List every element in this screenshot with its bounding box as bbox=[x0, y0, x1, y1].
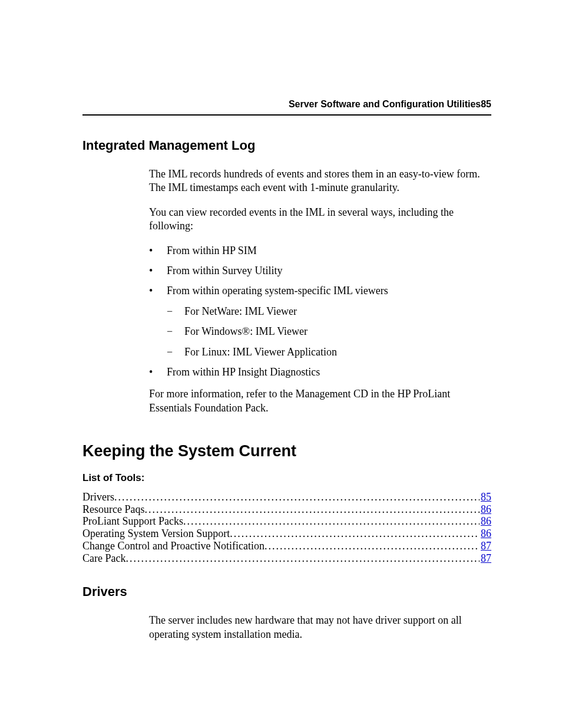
document-page: Server Software and Configuration Utilit… bbox=[0, 0, 562, 641]
toc-dots bbox=[114, 491, 480, 503]
bullet-icon: • bbox=[149, 284, 167, 298]
list-item-label: For NetWare: IML Viewer bbox=[184, 305, 297, 318]
heading-iml: Integrated Management Log bbox=[82, 138, 491, 153]
toc-page-link[interactable]: 85 bbox=[480, 491, 491, 503]
dash-icon: − bbox=[167, 345, 184, 359]
list-item: • From within HP SIM bbox=[149, 244, 491, 258]
header-page-number: 85 bbox=[481, 99, 491, 110]
page-header: Server Software and Configuration Utilit… bbox=[82, 99, 491, 116]
bullet-icon: • bbox=[149, 244, 167, 258]
toc-page-link[interactable]: 86 bbox=[480, 515, 491, 528]
list-item: − For Linux: IML Viewer Application bbox=[167, 345, 491, 359]
heading-keeping-current: Keeping the System Current bbox=[82, 442, 491, 460]
bullet-icon: • bbox=[149, 365, 167, 379]
list-item: − For NetWare: IML Viewer bbox=[167, 305, 491, 318]
toc-page-link[interactable]: 87 bbox=[480, 540, 491, 552]
toc-label: Operating System Version Support bbox=[82, 528, 230, 540]
list-item: • From within HP Insight Diagnostics bbox=[149, 365, 491, 379]
heading-drivers: Drivers bbox=[82, 584, 491, 599]
toc-label: Resource Paqs bbox=[82, 503, 144, 516]
para-iml-3: For more information, refer to the Manag… bbox=[149, 387, 491, 415]
toc-dots bbox=[125, 552, 480, 565]
toc-dots bbox=[265, 540, 480, 552]
toc-row: Drivers 85 bbox=[82, 491, 491, 503]
para-drivers-1: The server includes new hardware that ma… bbox=[149, 614, 491, 641]
para-iml-2: You can view recorded events in the IML … bbox=[149, 206, 491, 233]
list-item-label: For Linux: IML Viewer Application bbox=[184, 345, 337, 359]
toc-row: Care Pack 87 bbox=[82, 552, 491, 565]
dash-icon: − bbox=[167, 325, 184, 338]
toc-page-link[interactable]: 86 bbox=[480, 503, 491, 516]
list-item-label: From within operating system-specific IM… bbox=[167, 284, 388, 298]
list-item: − For Windows®: IML Viewer bbox=[167, 325, 491, 338]
heading-list-of-tools: List of Tools: bbox=[82, 472, 491, 484]
toc-row: Operating System Version Support 86 bbox=[82, 528, 491, 540]
toc-dots bbox=[183, 515, 480, 528]
toc-page-link[interactable]: 87 bbox=[480, 552, 491, 565]
toc-row: Resource Paqs 86 bbox=[82, 503, 491, 516]
header-title: Server Software and Configuration Utilit… bbox=[289, 99, 481, 110]
list-item: • From within operating system-specific … bbox=[149, 284, 491, 298]
para-iml-1: The IML records hundreds of events and s… bbox=[149, 167, 491, 195]
list-item-label: From within Survey Utility bbox=[167, 264, 283, 278]
toc-label: Drivers bbox=[82, 491, 114, 503]
toc-label: Change Control and Proactive Notificatio… bbox=[82, 540, 265, 552]
toc-label: ProLiant Support Packs bbox=[82, 515, 183, 528]
sub-list: − For NetWare: IML Viewer − For Windows®… bbox=[167, 305, 491, 359]
bullet-list: • From within HP SIM • From within Surve… bbox=[149, 244, 491, 380]
toc-row: Change Control and Proactive Notificatio… bbox=[82, 540, 491, 552]
toc-label: Care Pack bbox=[82, 552, 125, 565]
toc-dots bbox=[144, 503, 480, 516]
toc: Drivers 85 Resource Paqs 86 ProLiant Sup… bbox=[82, 491, 491, 564]
bullet-icon: • bbox=[149, 264, 167, 278]
dash-icon: − bbox=[167, 305, 184, 318]
list-item-label: From within HP SIM bbox=[167, 244, 257, 258]
list-item-label: From within HP Insight Diagnostics bbox=[167, 365, 320, 379]
list-item: • From within Survey Utility bbox=[149, 264, 491, 278]
toc-page-link[interactable]: 86 bbox=[480, 528, 491, 540]
toc-dots bbox=[230, 528, 480, 540]
list-item-label: For Windows®: IML Viewer bbox=[184, 325, 308, 338]
toc-row: ProLiant Support Packs 86 bbox=[82, 515, 491, 528]
